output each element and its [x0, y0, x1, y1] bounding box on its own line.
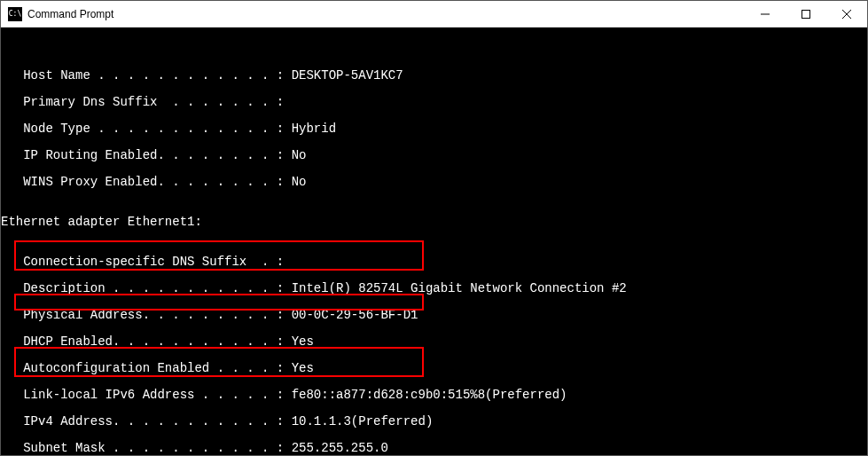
titlebar-buttons — [745, 1, 867, 27]
output-line: Autoconfiguration Enabled . . . . : Yes — [1, 362, 867, 375]
output-line: Primary Dns Suffix . . . . . . . : — [1, 96, 867, 109]
command-prompt-window: C:\ Command Prompt Host Name . . . . . .… — [0, 0, 868, 456]
node-type-value: Hybrid — [292, 122, 336, 136]
cmd-icon: C:\ — [8, 7, 22, 21]
maximize-button[interactable] — [786, 1, 826, 27]
host-name-value: DESKTOP-5AV1KC7 — [292, 68, 403, 83]
terminal-content: Host Name . . . . . . . . . . . . : DESK… — [1, 56, 867, 455]
wins-proxy-value: No — [292, 175, 307, 189]
output-line: Physical Address. . . . . . . . . : 00-0… — [1, 309, 867, 322]
output-line: Description . . . . . . . . . . . : Inte… — [1, 282, 867, 295]
description-value: Intel(R) 82574L Gigabit Network Connecti… — [292, 281, 627, 295]
close-button[interactable] — [826, 1, 867, 27]
terminal-output[interactable]: Host Name . . . . . . . . . . . . : DESK… — [1, 28, 867, 455]
output-line: Host Name . . . . . . . . . . . . : DESK… — [1, 69, 867, 83]
physical-address-value: 00-0C-29-56-BF-D1 — [292, 308, 418, 322]
ipv4-address-value: 10.1.1.3(Preferred) — [292, 414, 434, 428]
output-line: Subnet Mask . . . . . . . . . . . : 255.… — [1, 442, 867, 455]
output-line: IP Routing Enabled. . . . . . . . : No — [1, 149, 867, 162]
output-line: IPv4 Address. . . . . . . . . . . : 10.1… — [1, 415, 867, 428]
output-line: Node Type . . . . . . . . . . . . : Hybr… — [1, 122, 867, 136]
dhcp-enabled-value: Yes — [292, 334, 314, 349]
svg-rect-1 — [802, 10, 810, 18]
window-title: Command Prompt — [27, 8, 745, 20]
output-line: WINS Proxy Enabled. . . . . . . . : No — [1, 176, 867, 189]
output-line: Link-local IPv6 Address . . . . . : fe80… — [1, 389, 867, 402]
adapter1-header: Ethernet adapter Ethernet1: — [1, 216, 867, 229]
ip-routing-value: No — [292, 148, 307, 162]
subnet-mask-value: 255.255.255.0 — [292, 441, 388, 455]
output-line: Connection-specific DNS Suffix . : — [1, 256, 867, 269]
autoconfig-value: Yes — [292, 361, 314, 375]
output-line: DHCP Enabled. . . . . . . . . . . : Yes — [1, 335, 867, 349]
titlebar: C:\ Command Prompt — [1, 1, 867, 28]
minimize-button[interactable] — [745, 1, 786, 27]
link-local-ipv6-value: fe80::a877:d628:c9b0:515%8(Preferred) — [292, 388, 567, 402]
